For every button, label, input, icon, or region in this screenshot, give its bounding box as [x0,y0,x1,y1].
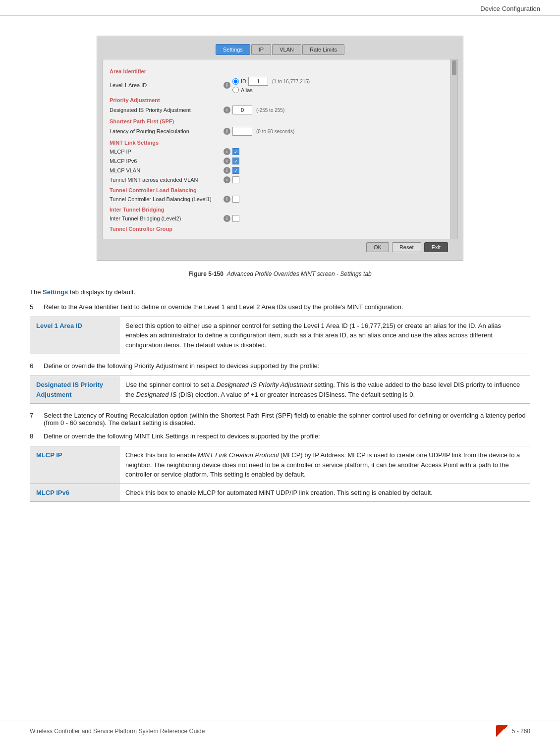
field-label-tunnel-lb-level1: Tunnel Controller Load Balancing (Level1… [110,196,224,202]
radio-group-level1: ID (1 to 16,777,215) Alias [232,77,310,93]
link-priority-adjustment: Priority Adjustment [134,362,188,370]
field-tunnel-lb-level1: Tunnel Controller Load Balancing (Level1… [110,196,450,203]
checkbox-inter-tunnel[interactable] [232,215,239,222]
item-5-text-after: field to define or override the Level 1 … [119,303,403,311]
section-tunnel-controller-group: Tunnel Controller Group [110,226,450,232]
numbered-item-6: 6 Define or override the following Prior… [30,362,530,370]
tab-vlan[interactable]: VLAN [272,44,301,55]
item-7-text-1: Select the [44,412,74,419]
info-icon-latency[interactable]: i [224,128,230,135]
table-row: Designated IS Priority Adjustment Use th… [30,376,530,404]
table-header-level1: Level 1 Area ID [30,317,119,354]
item-8-num: 8 [30,432,38,440]
item-6-content: Define or override the following Priorit… [44,362,530,370]
radio-alias: Alias [232,87,310,93]
item-7-text-2: option (within the [168,412,221,419]
radio-alias-label: Alias [241,87,253,93]
item-7-content: Select the Latency of Routing Recalculat… [44,412,530,427]
numbered-item-5: 5 Refer to the Area Identifier field to … [30,303,530,311]
dis-priority-spinner[interactable] [232,106,252,114]
section-tunnel-lb: Tunnel Controller Load Balancing [110,187,450,193]
tab-ip[interactable]: IP [251,44,271,55]
table-header-dis-priority: Designated IS Priority Adjustment [30,376,119,404]
scrollbar-thumb [452,60,456,75]
checkbox-tunnel-lb[interactable] [232,196,239,203]
info-icon-inter-tunnel[interactable]: i [224,215,230,222]
info-icon-dis[interactable]: i [224,107,230,113]
area-id-spinner[interactable] [248,77,268,86]
info-icon-mlcp-ip[interactable]: i [224,148,230,155]
table-header-mlcp-ip: MLCP IP [30,446,119,484]
ok-button[interactable]: OK [366,242,389,252]
checkbox-mlcp-ipv6[interactable]: ✓ [232,158,239,164]
radio-id-input[interactable] [232,78,239,85]
field-control-latency: i (0 to 60 seconds) [224,127,294,136]
table-1: Level 1 Area ID Select this option to ei… [30,317,530,355]
scrollbar[interactable] [450,59,457,239]
link-mint-link-settings: MINT Link Settings [134,432,189,440]
link-area-identifier: Area Identifier [79,303,119,311]
field-control-inter-tunnel-level2: i [224,215,239,222]
table-cell-mlcp-ip: Check this box to enable MINT Link Creat… [119,446,530,484]
page-header: Device Configuration [0,0,560,16]
screenshot-box: Settings IP VLAN Rate Limits Area Identi… [97,36,463,261]
checkbox-mlcp-ip[interactable]: ✓ [232,148,239,155]
footer-page-number: 5 - 260 [512,728,530,735]
tab-bar: Settings IP VLAN Rate Limits [102,41,458,55]
field-mlcp-vlan: MLCP VLAN i ✓ [110,167,450,174]
field-label-level1: Level 1 Area ID [110,82,224,88]
section-priority-adjustment: Priority Adjustment [110,97,450,103]
numbered-item-7: 7 Select the Latency of Routing Recalcul… [30,412,530,427]
field-label-mlcp-ip: MLCP IP [110,149,224,155]
info-icon-mlcp-vlan[interactable]: i [224,167,230,174]
section-inter-tunnel: Inter Tunnel Bridging [110,207,450,213]
dis-priority-range: (-255 to 255) [256,107,284,113]
intro-text: The Settings tab displays by default. [30,287,530,297]
field-label-dis-priority: Designated IS Priority Adjustment [110,107,224,113]
item-8-text-before: Define or override the following [44,432,134,440]
table-cell-level1: Select this option to either use a spinn… [119,317,530,354]
info-icon-tunnel-mint[interactable]: i [224,176,230,183]
figure-caption-text: Advanced Profile Overrides MINT screen -… [227,270,372,277]
settings-panel: Area Identifier Level 1 Area ID i ID (1 … [102,59,458,239]
intro-text-rest: tab displays by default. [70,288,135,296]
item-5-content: Refer to the Area Identifier field to de… [44,303,530,311]
field-control-mlcp-ipv6: i ✓ [224,158,239,164]
tab-settings[interactable]: Settings [216,44,250,55]
table-3: MLCP IP Check this box to enable MINT Li… [30,446,530,502]
reset-button[interactable]: Reset [392,242,421,252]
section-spf: Shortest Path First (SPF) [110,118,450,124]
info-icon-mlcp-ipv6[interactable]: i [224,158,230,164]
content-area: Settings IP VLAN Rate Limits Area Identi… [0,16,560,530]
info-icon-level1[interactable]: i [224,82,230,89]
page-footer: Wireless Controller and Service Platform… [0,720,560,742]
field-level1-area-id: Level 1 Area ID i ID (1 to 16,777,215) [110,77,450,93]
link-latency: Latency of Routing Recalculation [74,412,168,419]
field-label-tunnel-mint: Tunnel MINT across extended VLAN [110,177,224,183]
item-8-text-after: in respect to devices supported by the p… [188,432,320,440]
radio-alias-input[interactable] [232,87,239,93]
tab-rate-limits[interactable]: Rate Limits [302,44,344,55]
header-title: Device Configuration [480,5,540,12]
radio-id-label: ID [241,78,246,84]
table-header-mlcp-ipv6: MLCP IPv6 [30,483,119,502]
table-row: MLCP IPv6 Check this box to enable MLCP … [30,483,530,502]
info-icon-tunnel-lb[interactable]: i [224,196,230,203]
latency-spinner[interactable] [232,127,252,136]
item-6-num: 6 [30,362,38,370]
section-area-identifier: Area Identifier [110,68,450,74]
exit-button[interactable]: Exit [424,242,448,252]
link-settings: Settings [43,288,68,296]
field-control-dis-priority: i (-255 to 255) [224,106,284,114]
panel-footer: OK Reset Exit [102,239,458,255]
table-cell-dis-priority: Use the spinner control to set a Designa… [119,376,530,404]
checkbox-tunnel-mint[interactable] [232,176,239,183]
item-5-text-before: Refer to the [44,303,79,311]
footer-left-text: Wireless Controller and Service Platform… [30,728,205,735]
field-latency: Latency of Routing Recalculation i (0 to… [110,127,450,136]
item-8-content: Define or override the following MINT Li… [44,432,530,440]
field-label-latency: Latency of Routing Recalculation [110,128,224,134]
field-mlcp-ip: MLCP IP i ✓ [110,148,450,155]
table-row: MLCP IP Check this box to enable MINT Li… [30,446,530,484]
checkbox-mlcp-vlan[interactable]: ✓ [232,167,239,174]
